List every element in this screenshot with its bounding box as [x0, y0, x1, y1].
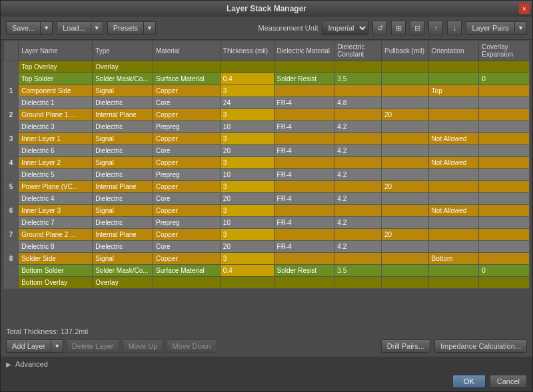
- col-header-diel-mat[interactable]: Dielectric Material: [274, 41, 334, 61]
- col-header-name[interactable]: Layer Name: [19, 41, 93, 61]
- bottom-buttons: Add Layer ▼ Delete Layer Move Up Move Do…: [6, 339, 527, 353]
- layer-pairs-button-group[interactable]: Layer Pairs ▼: [466, 21, 527, 35]
- layer-table-container: Layer Name Type Material Thickness (mil)…: [3, 40, 530, 323]
- layer-pairs-button[interactable]: Layer Pairs: [466, 21, 514, 35]
- table-row[interactable]: 2Ground Plane 1 ...Internal PlaneCopper3…: [4, 109, 530, 121]
- move-up-button[interactable]: Move Up: [122, 339, 163, 353]
- table-row[interactable]: Dielectric 8DielectricCore20FR-44.2: [4, 241, 530, 253]
- presets-arrow-button[interactable]: ▼: [143, 21, 156, 35]
- col-header-thickness[interactable]: Thickness (mil): [220, 41, 274, 61]
- icon-btn-4[interactable]: ↑: [428, 21, 443, 35]
- drill-pairs-button[interactable]: Drill Pairs...: [381, 339, 430, 353]
- advanced-arrow-icon: ▶: [6, 361, 11, 368]
- table-row[interactable]: 3Inner Layer 1SignalCopper3Not Allowed: [4, 133, 530, 145]
- col-header-num: [4, 41, 19, 61]
- col-header-orient[interactable]: Orientation: [428, 41, 479, 61]
- table-row[interactable]: Dielectric 6DielectricCore20FR-44.2: [4, 145, 530, 157]
- save-button-group[interactable]: Save... ▼: [6, 21, 53, 35]
- refresh-icon-btn[interactable]: ↺: [372, 21, 387, 35]
- table-row[interactable]: Dielectric 1DielectricCore24FR-44.8: [4, 97, 530, 109]
- layer-pairs-arrow-button[interactable]: ▼: [514, 21, 527, 35]
- bottom-area: Total Thickness: 137.2mil Add Layer ▼ De…: [1, 323, 532, 357]
- table-header-row: Layer Name Type Material Thickness (mil)…: [4, 41, 530, 61]
- col-header-coverlay[interactable]: Coverlay Expansion: [479, 41, 530, 61]
- ok-button[interactable]: OK: [452, 375, 486, 388]
- move-down-button[interactable]: Move Down: [166, 339, 217, 353]
- advanced-label: Advanced: [15, 360, 48, 368]
- bottom-right-buttons: Drill Pairs... Impedance Calculation...: [381, 339, 527, 353]
- table-row[interactable]: Dielectric 3DielectricPrepreg10FR-44.2: [4, 121, 530, 133]
- close-button[interactable]: ×: [519, 3, 530, 14]
- table-row[interactable]: Dielectric 5DielectricPrepreg10FR-44.2: [4, 169, 530, 181]
- presets-button[interactable]: Presets: [107, 21, 143, 35]
- impedance-button[interactable]: Impedance Calculation...: [434, 339, 527, 353]
- table-row[interactable]: Bottom SolderSolder Mask/Co...Surface Ma…: [4, 265, 530, 277]
- table-row[interactable]: 7Ground Plane 2 ...Internal PlaneCopper3…: [4, 229, 530, 241]
- table-row[interactable]: 4Inner Layer 2SignalCopper3Not Allowed: [4, 157, 530, 169]
- cancel-button[interactable]: Cancel: [490, 375, 527, 388]
- table-body: Top OverlayOverlayTop SolderSolder Mask/…: [4, 61, 530, 289]
- load-arrow-button[interactable]: ▼: [91, 21, 103, 35]
- table-row[interactable]: 8Solder SideSignalCopper3Bottom: [4, 253, 530, 265]
- ok-cancel-bar: OK Cancel: [1, 371, 532, 391]
- load-button-group[interactable]: Load... ▼: [57, 21, 103, 35]
- load-button[interactable]: Load...: [57, 21, 91, 35]
- dialog-title: Layer Stack Manager: [227, 4, 306, 13]
- table-row[interactable]: Dielectric 4DielectricCore20FR-44.2: [4, 193, 530, 205]
- table-row[interactable]: 5Power Plane (VC...Internal PlaneCopper3…: [4, 181, 530, 193]
- col-header-material[interactable]: Material: [153, 41, 220, 61]
- total-thickness-label: Total Thickness: 137.2mil: [6, 327, 527, 335]
- layer-table: Layer Name Type Material Thickness (mil)…: [3, 40, 530, 289]
- measurement-unit-label: Measurement Unit: [259, 24, 318, 32]
- table-row[interactable]: Top SolderSolder Mask/Co...Surface Mater…: [4, 73, 530, 85]
- icon-btn-2[interactable]: ⊞: [391, 21, 406, 35]
- table-row[interactable]: 6Inner Layer 3SignalCopper3Not Allowed: [4, 205, 530, 217]
- icon-btn-3[interactable]: ⊟: [410, 21, 424, 35]
- table-row[interactable]: Dielectric 7DielectricPrepreg10FR-44.2: [4, 217, 530, 229]
- table-row[interactable]: 1Component SideSignalCopper3Top: [4, 85, 530, 97]
- table-row[interactable]: Bottom OverlayOverlay: [4, 277, 530, 289]
- delete-layer-button[interactable]: Delete Layer: [66, 339, 119, 353]
- icon-btn-5[interactable]: ↓: [447, 21, 462, 35]
- col-header-pullback[interactable]: Pullback (mil): [381, 41, 428, 61]
- col-header-diel-const[interactable]: Dielectric Constant: [334, 41, 382, 61]
- layer-stack-manager-dialog: Layer Stack Manager × Save... ▼ Load... …: [0, 0, 533, 392]
- save-button[interactable]: Save...: [6, 21, 40, 35]
- add-layer-arrow-button[interactable]: ▼: [51, 339, 63, 353]
- add-layer-button[interactable]: Add Layer: [6, 339, 51, 353]
- add-layer-button-group[interactable]: Add Layer ▼: [6, 339, 63, 353]
- col-header-type[interactable]: Type: [93, 41, 153, 61]
- presets-button-group[interactable]: Presets ▼: [107, 21, 156, 35]
- title-bar: Layer Stack Manager ×: [1, 1, 532, 17]
- save-arrow-button[interactable]: ▼: [40, 21, 53, 35]
- measurement-unit-select[interactable]: Imperial Metric: [322, 21, 368, 35]
- table-row[interactable]: Top OverlayOverlay: [4, 61, 530, 73]
- advanced-bar: ▶ Advanced: [1, 357, 532, 371]
- toolbar: Save... ▼ Load... ▼ Presets ▼ Measuremen…: [1, 17, 532, 40]
